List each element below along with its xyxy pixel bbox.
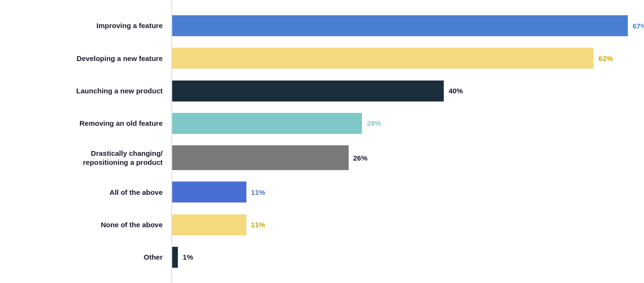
bar-fill (171, 247, 178, 268)
bar-fill (171, 113, 362, 134)
bar-value-label: 28% (367, 119, 381, 127)
bar-row: Other1% (10, 247, 625, 268)
bar-row: Improving a feature67% (10, 15, 625, 36)
bar-fill (171, 214, 246, 235)
bar-row: Drastically changing/repositioning a pro… (10, 145, 625, 170)
bar-value-label: 67% (633, 22, 644, 30)
bar-value-label: 40% (449, 87, 463, 95)
bar-track: 11% (171, 182, 625, 202)
bar-fill (171, 81, 444, 101)
bar-value-label: 1% (183, 253, 193, 261)
bar-label: Improving a feature (10, 21, 171, 30)
bar-track: 1% (171, 247, 625, 268)
bar-track: 40% (171, 81, 625, 101)
bar-label: All of the above (10, 188, 171, 197)
bar-value-label: 62% (598, 54, 613, 62)
bar-label: Launching a new product (10, 86, 171, 96)
bar-fill (171, 48, 594, 69)
bar-label: None of the above (10, 220, 171, 230)
bar-label: Drastically changing/repositioning a pro… (10, 149, 171, 167)
bar-value-label: 11% (251, 188, 265, 196)
bar-track: 11% (171, 214, 625, 235)
bar-track: 26% (171, 145, 625, 170)
bar-row: None of the above11% (10, 214, 625, 235)
bar-fill (171, 182, 246, 202)
bar-value-label: 11% (251, 221, 265, 229)
bar-label: Other (10, 253, 171, 262)
bar-row: Developing a new feature62% (10, 48, 625, 69)
bar-fill (171, 15, 628, 36)
bar-fill (171, 145, 349, 170)
bar-track: 62% (171, 48, 625, 69)
chart-container: Improving a feature67%Developing a new f… (0, 0, 644, 283)
bar-track: 67% (171, 15, 644, 36)
bar-track: 28% (171, 113, 625, 134)
bar-row: Launching a new product40% (10, 81, 625, 101)
bar-label: Removing an old feature (10, 119, 171, 128)
bar-label: Developing a new feature (10, 54, 171, 63)
bar-row: Removing an old feature28% (10, 113, 625, 134)
bar-value-label: 26% (353, 154, 368, 162)
bar-row: All of the above11% (10, 182, 625, 202)
